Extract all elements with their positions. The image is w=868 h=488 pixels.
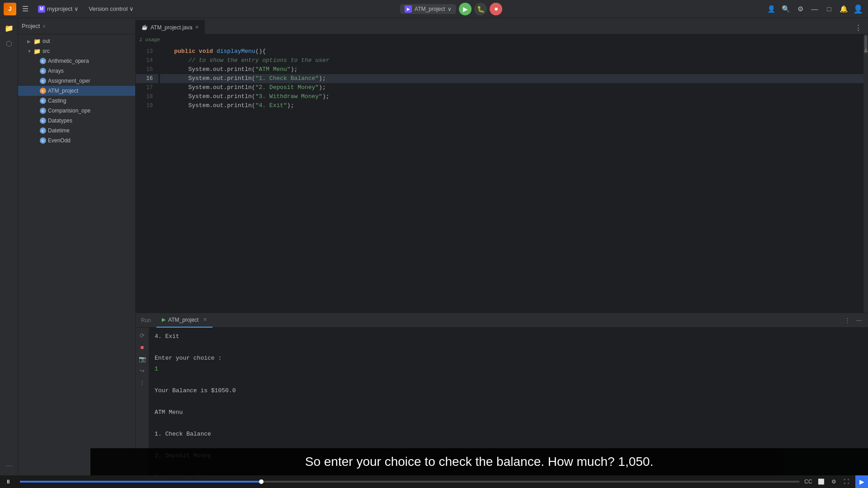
- tree-label: Assignment_oper: [48, 78, 90, 84]
- tree-item-datatypes[interactable]: C Datatypes: [18, 116, 135, 126]
- run-panel-more-icon[interactable]: ⋮: [842, 315, 853, 326]
- run-restart-icon[interactable]: ⟳: [137, 330, 147, 340]
- config-icon: ▶: [405, 5, 412, 13]
- run-config-dropdown[interactable]: ▶ ATM_project ∨: [400, 4, 456, 14]
- tree-item-casting[interactable]: C Casting: [18, 96, 135, 106]
- folder-icon: 📁: [33, 48, 41, 55]
- project-panel-dropdown-icon[interactable]: ∨: [42, 23, 46, 28]
- run-panel-tabs: Run ▶ ATM_project ✕ ⋮ —: [136, 313, 868, 328]
- tree-item-evenodd[interactable]: C EvenOdd: [18, 136, 135, 145]
- code-token: System.out.println(: [160, 83, 255, 92]
- code-line-17: System.out.println( "2. Deposit Money" )…: [160, 83, 863, 92]
- video-fullscreen-icon[interactable]: ⛶: [841, 476, 852, 487]
- line-number: 13: [136, 47, 158, 56]
- run-tab-atm-label: ATM_project: [168, 317, 198, 323]
- editor-area[interactable]: 1 usage 13 14 15 16 17 18 19: [136, 34, 868, 313]
- code-token-string: "2. Deposit Money": [255, 83, 319, 92]
- video-progress-fill: [20, 481, 261, 483]
- line-number: 14: [136, 56, 158, 65]
- left-sidebar: 📁 ⬡ ⋯: [0, 18, 18, 475]
- tree-item-out[interactable]: ▶ 📁 out: [18, 36, 135, 46]
- tree-label: EvenOdd: [48, 137, 71, 144]
- code-token: [160, 47, 174, 56]
- project-dropdown[interactable]: M myproject ∨: [34, 4, 82, 14]
- stop-button[interactable]: ■: [490, 3, 502, 15]
- console-line: 4. Exit: [155, 331, 863, 342]
- tree-item-arithmetic[interactable]: C Arithmetic_opera: [18, 56, 135, 66]
- caption-bar: So enter your choice to check the balanc…: [90, 448, 868, 475]
- run-panel-collapse-icon[interactable]: —: [854, 315, 864, 326]
- tabs-more-icon[interactable]: ⋮: [852, 21, 864, 34]
- tab-atm-project[interactable]: ☕ ATM_project.java ✕: [136, 20, 205, 34]
- tree-label: Datetime: [48, 127, 70, 134]
- code-token: [213, 47, 217, 56]
- run-button[interactable]: ▶: [459, 3, 472, 15]
- tree-item-datetime[interactable]: C Datetime: [18, 126, 135, 136]
- maximize-button[interactable]: □: [823, 3, 835, 15]
- play-pause-button[interactable]: ⏸: [0, 475, 16, 488]
- tab-atm-run[interactable]: ▶ ATM_project ✕: [156, 313, 212, 328]
- tree-item-comparison[interactable]: C Comparision_ope: [18, 106, 135, 116]
- code-token: System.out.println(: [160, 101, 255, 110]
- editor-scrollbar[interactable]: ⚠: [863, 34, 868, 313]
- run-tab-label: Run: [141, 317, 151, 324]
- app-icon: J: [4, 3, 16, 15]
- debug-button[interactable]: 🐛: [474, 3, 487, 15]
- tree-item-assignment[interactable]: C Assignment_oper: [18, 76, 135, 86]
- play-icon: ⏸: [5, 479, 11, 485]
- run-panel-right-icons: ⋮ —: [842, 315, 868, 326]
- code-token-string: "1. Check Balance": [255, 74, 319, 83]
- hamburger-button[interactable]: ☰: [19, 3, 32, 15]
- project-tree: ▶ 📁 out ▼ 📁 src C Arithmetic_opera C Arr…: [18, 34, 135, 475]
- class-icon: C: [40, 108, 46, 114]
- tab-close-button[interactable]: ✕: [195, 24, 199, 30]
- folder-icon: 📁: [33, 38, 41, 45]
- vcs-label: Version control: [89, 5, 127, 12]
- sidebar-project-icon[interactable]: 📁: [2, 21, 16, 35]
- minimize-button[interactable]: —: [808, 3, 821, 15]
- console-line: [155, 396, 863, 407]
- tree-item-arrays[interactable]: C Arrays: [18, 66, 135, 76]
- run-redirect-icon[interactable]: ↪: [137, 366, 147, 375]
- video-captions-icon[interactable]: ⬜: [816, 476, 826, 487]
- console-input-line: 1: [155, 364, 863, 375]
- code-line-19: System.out.println( "4. Exit" );: [160, 101, 863, 110]
- vcs-dropdown[interactable]: Version control ∨: [85, 4, 137, 14]
- tree-item-atm-project[interactable]: C ATM_project: [18, 86, 135, 96]
- video-end-button[interactable]: ▶: [855, 475, 868, 488]
- run-stop-icon[interactable]: ■: [137, 342, 147, 352]
- console-line: Enter your choice :: [155, 353, 863, 364]
- run-screenshot-icon[interactable]: 📷: [137, 354, 147, 364]
- run-more-icon[interactable]: ⋮: [137, 377, 147, 387]
- avatar-icon[interactable]: 👤: [852, 3, 864, 15]
- tab-run[interactable]: Run: [136, 313, 156, 328]
- project-panel: Project ∨ ▶ 📁 out ▼ 📁 src C Arithmetic_o…: [18, 18, 136, 475]
- sidebar-more-icon[interactable]: ⋯: [2, 458, 16, 473]
- console-line: [155, 342, 863, 353]
- code-token: System.out.println(: [160, 74, 255, 83]
- run-tab-close-button[interactable]: ✕: [203, 317, 207, 323]
- usage-hint: 1 usage: [136, 34, 863, 43]
- run-config-name: ATM_project: [415, 6, 445, 12]
- console-line: Your Balance is $1050.0: [155, 385, 863, 396]
- line-number: 18: [136, 92, 158, 101]
- tree-label: Arithmetic_opera: [48, 58, 89, 64]
- video-settings-icon[interactable]: ⚙: [828, 476, 839, 487]
- notifications-icon[interactable]: 🔔: [837, 3, 850, 15]
- code-token: );: [291, 65, 298, 74]
- profile-icon[interactable]: 👤: [765, 3, 778, 15]
- tabs-right-icons: ⋮: [852, 21, 868, 34]
- code-content[interactable]: public void displayMenu (){ // to show t…: [158, 43, 863, 313]
- video-progress-bar[interactable]: [20, 481, 799, 483]
- video-cc-icon[interactable]: CC: [803, 476, 814, 487]
- settings-icon[interactable]: ⚙: [794, 3, 807, 15]
- vcs-chevron: ∨: [129, 5, 134, 12]
- tree-label: Datatypes: [48, 117, 72, 124]
- search-icon[interactable]: 🔍: [779, 3, 792, 15]
- sidebar-structure-icon[interactable]: ⬡: [2, 36, 16, 51]
- tree-item-src[interactable]: ▼ 📁 src: [18, 46, 135, 56]
- code-line-15: System.out.println( "ATM Menu" );: [160, 65, 863, 74]
- project-icon: M: [38, 5, 45, 13]
- line-number: 17: [136, 83, 158, 92]
- editor-tabs: ☕ ATM_project.java ✕ ⋮: [136, 18, 868, 34]
